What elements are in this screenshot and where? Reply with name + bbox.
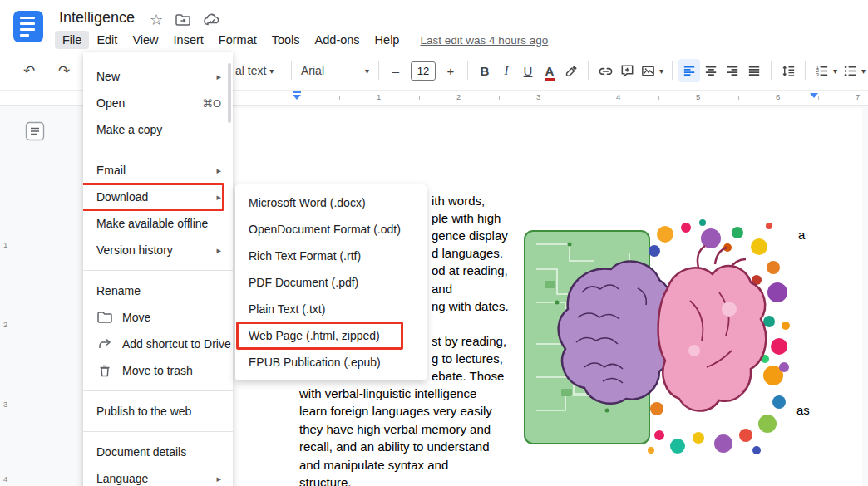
file-menu-item-make-available-offline[interactable]: Make available offline xyxy=(83,210,233,237)
submenu-item-html-zipped[interactable]: Web Page (.html, zipped) xyxy=(235,322,427,349)
bold-button[interactable]: B xyxy=(474,59,496,82)
cloud-saved-icon xyxy=(203,12,221,28)
folder-move-icon xyxy=(175,12,191,28)
chevron-down-icon: ▾ xyxy=(365,66,369,76)
insert-link-button[interactable] xyxy=(594,59,616,82)
move-to-folder-button[interactable] xyxy=(175,12,191,28)
ruler-number: 4 xyxy=(3,474,7,484)
ruler-tick xyxy=(419,96,420,100)
submenu-item-rtf[interactable]: Rich Text Format (.rtf) xyxy=(235,243,427,269)
style-value: al text xyxy=(235,64,266,77)
submenu-item-epub[interactable]: EPUB Publication (.epub) xyxy=(235,349,427,376)
file-menu-item-new[interactable]: New ▸ xyxy=(83,63,233,90)
add-comment-button[interactable] xyxy=(616,59,638,82)
underline-button[interactable]: U xyxy=(517,59,539,82)
menu-file[interactable]: File xyxy=(55,31,89,49)
decrease-font-size-button[interactable]: – xyxy=(385,59,407,82)
menu-scrollbar[interactable] xyxy=(228,63,231,123)
file-menu-item-email[interactable]: Email ▸ xyxy=(83,157,233,184)
file-menu-item-open[interactable]: Open ⌘O xyxy=(83,90,233,116)
file-menu-item-move[interactable]: Move xyxy=(83,304,233,331)
align-center-button[interactable] xyxy=(700,59,722,82)
align-left-icon xyxy=(682,63,698,79)
menu-tools[interactable]: Tools xyxy=(264,31,308,49)
folder-icon xyxy=(96,309,113,326)
ruler-tick xyxy=(818,96,819,100)
text-color-icon: A xyxy=(545,65,555,77)
file-menu-item-document-details[interactable]: Document details xyxy=(83,439,233,465)
show-outline-button[interactable] xyxy=(25,121,45,141)
menu-format[interactable]: Format xyxy=(211,31,264,49)
bulleted-list-button[interactable]: ▾ xyxy=(840,59,868,82)
doc-text-line: they have high verbal memory and xyxy=(299,421,491,438)
font-name-value: Arial xyxy=(301,64,324,77)
comment-plus-icon xyxy=(619,63,635,79)
align-right-icon xyxy=(725,63,741,79)
vertical-ruler[interactable]: 1 2 3 4 xyxy=(0,105,13,486)
redo-button[interactable]: ↷ xyxy=(53,59,75,82)
left-indent-marker[interactable] xyxy=(293,95,301,100)
document-title[interactable]: Intelligence xyxy=(59,9,135,27)
toolbar-divider xyxy=(588,61,589,80)
document-status-button[interactable] xyxy=(203,12,221,28)
ruler-number: 2 xyxy=(3,320,7,329)
menu-help[interactable]: Help xyxy=(367,31,407,49)
file-menu-item-add-shortcut-to-drive[interactable]: Add shortcut to Drive xyxy=(83,331,233,357)
submenu-item-odt[interactable]: OpenDocument Format (.odt) xyxy=(235,216,427,243)
toolbar-divider xyxy=(771,61,772,80)
brain-heart-image[interactable] xyxy=(520,209,790,466)
font-family-selector[interactable]: Arial ▾ xyxy=(298,59,372,82)
ruler-tick xyxy=(339,96,340,100)
outline-icon xyxy=(25,121,45,141)
file-menu-item-version-history[interactable]: Version history ▸ xyxy=(83,237,233,263)
right-indent-marker[interactable] xyxy=(810,93,818,98)
file-menu-item-rename[interactable]: Rename xyxy=(83,277,233,304)
star-button[interactable]: ☆ xyxy=(150,11,163,29)
justify-button[interactable] xyxy=(743,59,765,82)
insert-image-button[interactable]: ▾ xyxy=(638,59,666,82)
align-left-button[interactable] xyxy=(678,59,700,82)
submenu-item-docx[interactable]: Microsoft Word (.docx) xyxy=(235,189,427,216)
doc-text-line: with verbal-linguistic intelligence xyxy=(299,385,476,402)
ruler-number: 1 xyxy=(377,92,381,101)
last-edit-link[interactable]: Last edit was 4 hours ago xyxy=(420,34,548,47)
doc-text-line: and xyxy=(432,281,452,297)
menu-addons[interactable]: Add-ons xyxy=(308,31,367,49)
file-menu-item-make-a-copy[interactable]: Make a copy xyxy=(83,116,233,143)
doc-text-line: st by reading, xyxy=(432,333,506,350)
text-color-button[interactable]: A xyxy=(539,59,560,82)
align-right-button[interactable] xyxy=(722,59,743,82)
file-menu-item-move-to-trash[interactable]: Move to trash xyxy=(83,357,233,384)
menu-insert[interactable]: Insert xyxy=(166,31,211,49)
line-spacing-button[interactable] xyxy=(777,59,799,82)
menu-divider xyxy=(83,431,233,432)
file-menu: New ▸ Open ⌘O Make a copy Email ▸ Downlo… xyxy=(83,52,233,486)
submenu-arrow-icon: ▸ xyxy=(216,245,221,256)
file-menu-item-download[interactable]: Download ▸ xyxy=(83,184,233,210)
google-docs-logo[interactable] xyxy=(13,11,43,42)
undo-button[interactable]: ↶ xyxy=(18,59,40,82)
doc-text-line: od at reading, xyxy=(432,263,508,279)
chevron-down-icon: ▾ xyxy=(861,66,866,76)
paragraph-style-selector[interactable]: al text ▾ xyxy=(235,59,285,82)
doc-text-line: ple with high xyxy=(432,210,501,227)
increase-font-size-button[interactable]: + xyxy=(440,59,461,82)
file-menu-item-language[interactable]: Language ▸ xyxy=(83,465,233,486)
keyboard-shortcut: ⌘O xyxy=(202,97,221,110)
file-menu-item-publish-to-the-web[interactable]: Publish to the web xyxy=(83,398,233,425)
image-icon xyxy=(640,63,656,79)
line-spacing-icon xyxy=(781,63,796,79)
ruler-tick xyxy=(658,96,659,100)
italic-button[interactable]: I xyxy=(496,59,517,82)
menu-edit[interactable]: Edit xyxy=(89,31,125,49)
menu-view[interactable]: View xyxy=(125,31,165,49)
font-size-input[interactable]: 12 xyxy=(411,61,436,81)
ruler-number: 5 xyxy=(696,92,700,101)
minus-icon: – xyxy=(392,64,399,78)
submenu-item-pdf[interactable]: PDF Document (.pdf) xyxy=(235,269,427,296)
submenu-item-txt[interactable]: Plain Text (.txt) xyxy=(235,296,427,322)
align-center-icon xyxy=(703,63,719,79)
highlight-color-button[interactable] xyxy=(560,59,582,82)
numbered-list-button[interactable]: 1 2 3 ▾ xyxy=(811,59,840,82)
first-line-indent-marker[interactable] xyxy=(293,91,301,93)
